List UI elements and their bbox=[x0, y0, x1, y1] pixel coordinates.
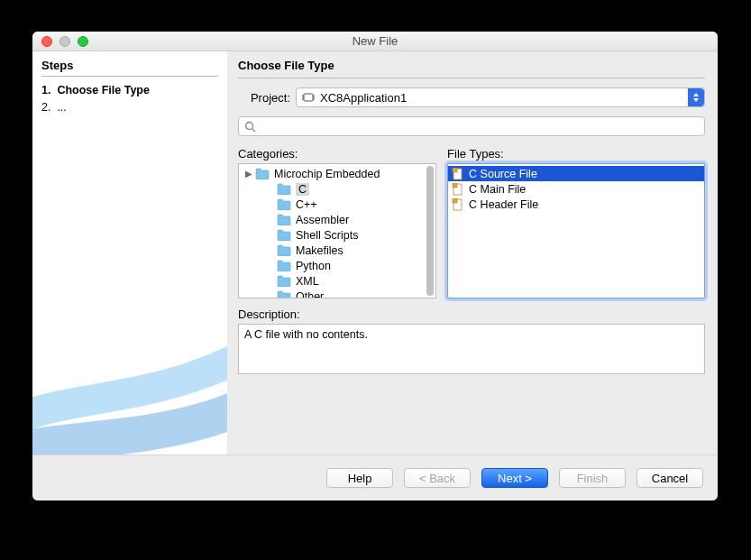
search-icon bbox=[244, 121, 256, 133]
back-button[interactable]: < Back bbox=[404, 468, 471, 488]
svg-rect-0 bbox=[304, 94, 313, 101]
svg-rect-12 bbox=[453, 183, 457, 188]
category-item[interactable]: XML bbox=[239, 273, 435, 289]
main-panel: Choose File Type Project: XC8Application… bbox=[227, 51, 718, 454]
filter-input[interactable] bbox=[260, 119, 699, 134]
cancel-button[interactable]: Cancel bbox=[637, 468, 703, 488]
category-item[interactable]: C bbox=[239, 181, 435, 197]
filetype-item[interactable]: C Header File bbox=[448, 197, 704, 212]
category-item[interactable]: C++ bbox=[239, 197, 435, 212]
filetype-item[interactable]: C Main File bbox=[448, 181, 704, 197]
step-2: 2. ... bbox=[41, 99, 218, 116]
steps-heading: Steps bbox=[41, 59, 218, 72]
filter-input-wrap[interactable] bbox=[238, 116, 705, 136]
project-select[interactable]: XC8Application1 bbox=[296, 87, 705, 107]
categories-label: Categories: bbox=[238, 147, 436, 161]
filetype-item[interactable]: C Source File bbox=[448, 166, 704, 181]
description-label: Description: bbox=[238, 308, 705, 321]
description-text: A C file with no contents. bbox=[238, 324, 705, 374]
filetypes-list[interactable]: C Source FileC Main FileC Header File bbox=[447, 163, 705, 298]
svg-line-8 bbox=[252, 128, 256, 132]
button-bar: Help < Back Next > Finish Cancel bbox=[32, 454, 718, 500]
help-button[interactable]: Help bbox=[326, 468, 393, 488]
category-item[interactable]: Python bbox=[239, 258, 435, 273]
finish-button[interactable]: Finish bbox=[559, 468, 626, 488]
project-value: XC8Application1 bbox=[320, 91, 407, 105]
project-label: Project: bbox=[238, 91, 290, 105]
category-item[interactable]: Shell Scripts bbox=[239, 227, 435, 243]
scrollbar[interactable] bbox=[426, 166, 434, 296]
titlebar: New File bbox=[32, 32, 718, 51]
svg-rect-14 bbox=[453, 198, 457, 203]
decorative-swoosh bbox=[32, 310, 227, 454]
window-title: New File bbox=[32, 34, 718, 48]
filetypes-label: File Types: bbox=[447, 147, 705, 161]
category-item[interactable]: ▶Microchip Embedded bbox=[239, 166, 435, 181]
category-item[interactable]: Makefiles bbox=[239, 243, 435, 258]
svg-point-7 bbox=[246, 122, 253, 129]
new-file-dialog: New File Steps 1. Choose File Type 2. ..… bbox=[32, 32, 718, 500]
category-item[interactable]: Assembler bbox=[239, 212, 435, 227]
step-1: 1. Choose File Type bbox=[41, 82, 218, 99]
next-button[interactable]: Next > bbox=[481, 468, 548, 488]
panel-heading: Choose File Type bbox=[238, 59, 705, 72]
categories-list[interactable]: ▶Microchip EmbeddedCC++AssemblerShell Sc… bbox=[238, 163, 436, 298]
chip-icon bbox=[302, 92, 315, 103]
svg-rect-10 bbox=[453, 168, 457, 172]
select-arrows-icon bbox=[688, 88, 704, 106]
category-item[interactable]: Other bbox=[239, 289, 435, 298]
steps-sidebar: Steps 1. Choose File Type 2. ... bbox=[32, 51, 227, 454]
